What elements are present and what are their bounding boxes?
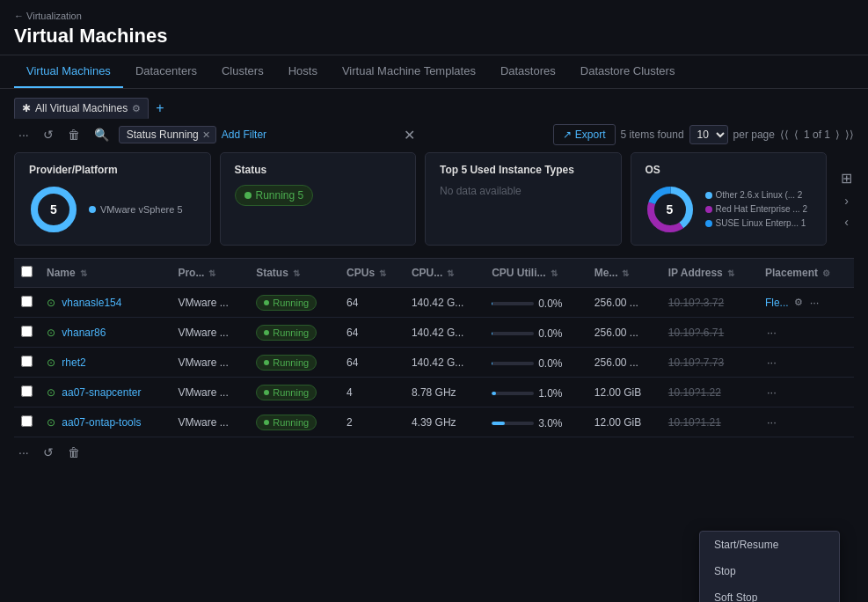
os-legend: Other 2.6.x Linux (... 2 Red Hat Enterpr… xyxy=(705,188,808,231)
vm-name-link[interactable]: aa07-snapcenter xyxy=(62,386,141,399)
expand-cards-button[interactable]: ⊞ xyxy=(839,168,854,188)
prev-card-button[interactable]: ‹ xyxy=(839,213,854,231)
running-dot xyxy=(264,330,269,335)
ip-value: 10.10?1.22 xyxy=(668,386,721,399)
row-checkbox[interactable] xyxy=(21,415,33,427)
tab-hosts[interactable]: Hosts xyxy=(276,55,330,88)
tab-clusters[interactable]: Clusters xyxy=(209,55,276,88)
export-button[interactable]: ↗ Export xyxy=(553,124,616,145)
vm-name-link[interactable]: aa07-ontap-tools xyxy=(62,416,141,429)
delete-button[interactable]: 🗑 xyxy=(63,125,84,144)
col-cpu-util[interactable]: CPU Utili...⇅ xyxy=(485,259,587,288)
search-button[interactable]: 🔍 xyxy=(90,125,113,144)
row-cpus: 64 xyxy=(339,288,405,318)
col-provider[interactable]: Pro...⇅ xyxy=(171,259,249,288)
tab-virtual-machines[interactable]: Virtual Machines xyxy=(14,55,123,88)
add-tab-button[interactable]: + xyxy=(156,100,164,116)
row-name: ⊙ vhanasle154 xyxy=(40,288,171,318)
cpu-util-value: 1.0% xyxy=(538,387,562,400)
row-checkbox-cell[interactable] xyxy=(14,407,40,437)
row-checkbox-cell[interactable] xyxy=(14,288,40,318)
row-checkbox-cell[interactable] xyxy=(14,378,40,407)
sort-ip-icon: ⇅ xyxy=(727,268,734,278)
col-name[interactable]: Name⇅ xyxy=(40,259,171,288)
row-cpu-util: 0.0% xyxy=(485,348,587,378)
tab-datastore-clusters[interactable]: Datastore Clusters xyxy=(568,55,688,88)
row-checkbox[interactable] xyxy=(21,296,33,307)
placement-cell: Fle... ⚙ ··· xyxy=(765,294,847,311)
col-cpus[interactable]: CPUs⇅ xyxy=(339,259,405,288)
provider-count: 5 xyxy=(50,202,57,217)
row-actions-button[interactable]: ··· xyxy=(765,354,778,371)
col-memory-label: Me... xyxy=(594,267,618,279)
vm-name-link[interactable]: rhet2 xyxy=(62,356,85,369)
bottom-delete-button[interactable]: 🗑 xyxy=(63,443,84,462)
tab-datacenters[interactable]: Datacenters xyxy=(123,55,209,88)
select-all-header[interactable] xyxy=(14,259,40,288)
bottom-more-button[interactable]: ··· xyxy=(14,443,33,462)
status-badge: Running xyxy=(256,325,317,341)
context-menu-item[interactable]: Stop xyxy=(700,558,839,584)
row-provider: VMware ... xyxy=(171,348,249,378)
row-checkbox[interactable] xyxy=(21,356,33,367)
col-cpu-mhz-label: CPU... xyxy=(412,267,442,279)
col-status[interactable]: Status⇅ xyxy=(249,259,339,288)
tab-datastores[interactable]: Datastores xyxy=(488,55,568,88)
prev-page-button[interactable]: ⟨ xyxy=(794,128,799,141)
vm-name-link[interactable]: vhanasle154 xyxy=(62,297,121,309)
row-actions-button[interactable]: ··· xyxy=(765,384,778,400)
row-actions-button[interactable]: ··· xyxy=(765,324,778,341)
next-page-button[interactable]: ⟩ xyxy=(835,128,840,141)
data-table: Name⇅ Pro...⇅ Status⇅ CPUs⇅ CPU...⇅ CPU … xyxy=(14,258,854,437)
add-filter-button[interactable]: Add Filter xyxy=(222,128,266,141)
row-checkbox[interactable] xyxy=(21,385,33,397)
row-checkbox-cell[interactable] xyxy=(14,348,40,378)
per-page-select[interactable]: 10 25 50 xyxy=(689,125,728,144)
select-all-checkbox[interactable] xyxy=(21,266,33,277)
remove-filter-button[interactable]: ✕ xyxy=(202,129,210,141)
cpu-util-bar xyxy=(492,362,534,365)
col-memory[interactable]: Me...⇅ xyxy=(587,259,661,288)
last-page-button[interactable]: ⟩⟩ xyxy=(845,128,854,141)
row-ip: 10.10?.6.71 xyxy=(661,318,758,348)
bottom-refresh-button[interactable]: ↺ xyxy=(39,443,58,462)
table-header: Name⇅ Pro...⇅ Status⇅ CPUs⇅ CPU...⇅ CPU … xyxy=(14,259,854,288)
provider-card-body: 5 VMware vSphere 5 xyxy=(29,185,196,234)
more-options-button[interactable]: ··· xyxy=(14,125,33,144)
status-badge: Running xyxy=(256,415,317,430)
provider-legend-text: VMware vSphere 5 xyxy=(100,204,183,215)
row-ip: 10.10?.3.72 xyxy=(661,288,758,318)
first-page-button[interactable]: ⟨⟨ xyxy=(780,128,789,141)
col-cpu-util-label: CPU Utili... xyxy=(492,267,545,279)
row-status: Running xyxy=(249,288,339,318)
tab-vm-templates[interactable]: Virtual Machine Templates xyxy=(330,55,488,88)
running-badge: Running 5 xyxy=(235,185,314,206)
next-card-button[interactable]: › xyxy=(839,192,854,209)
filter-tabs-row: ✱ All Virtual Machines ⚙ + xyxy=(14,98,854,124)
running-dot xyxy=(244,192,252,199)
all-vms-tab[interactable]: ✱ All Virtual Machines ⚙ xyxy=(14,98,149,119)
sort-cpus-icon: ⇅ xyxy=(379,268,386,278)
cpu-util-value: 0.0% xyxy=(538,357,562,370)
clear-filters-button[interactable]: ✕ xyxy=(404,127,415,143)
placement-link[interactable]: Fle... xyxy=(765,297,789,309)
col-ip[interactable]: IP Address⇅ xyxy=(661,259,758,288)
row-cpus: 64 xyxy=(339,318,405,348)
os-legend-item-0: Other 2.6.x Linux (... 2 xyxy=(705,188,808,202)
context-menu-item[interactable]: Start/Resume xyxy=(700,532,839,558)
row-actions-button[interactable]: ··· xyxy=(765,414,778,430)
star-icon: ✱ xyxy=(22,102,31,114)
row-checkbox[interactable] xyxy=(21,326,33,337)
refresh-button[interactable]: ↺ xyxy=(39,125,58,144)
row-actions-button[interactable]: ··· xyxy=(808,294,821,311)
row-cpus: 64 xyxy=(339,348,405,378)
context-menu-item[interactable]: Soft Stop xyxy=(700,584,839,602)
cpu-util-wrap: 1.0% xyxy=(492,387,562,400)
row-checkbox-cell[interactable] xyxy=(14,318,40,348)
col-placement[interactable]: Placement⚙ xyxy=(758,259,854,288)
vm-name-link[interactable]: vhanar86 xyxy=(62,327,106,339)
col-settings-icon[interactable]: ⚙ xyxy=(822,268,830,278)
col-cpu-mhz[interactable]: CPU...⇅ xyxy=(405,259,485,288)
export-label: Export xyxy=(575,128,606,141)
row-memory: 12.00 GiB xyxy=(587,407,661,437)
